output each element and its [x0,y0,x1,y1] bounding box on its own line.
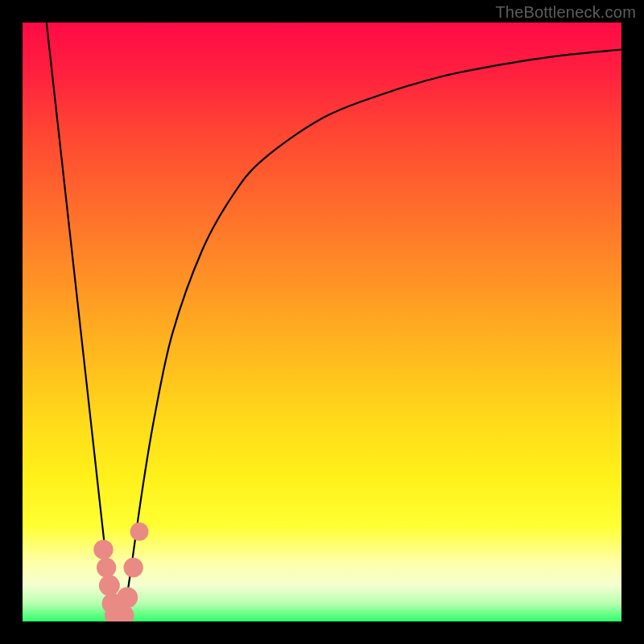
marker-dot [93,540,113,559]
curve-layer [23,23,621,621]
marker-dot [97,558,116,577]
highlighted-points [93,522,148,621]
marker-dot [117,587,138,608]
plot-area [23,23,621,621]
attribution-text: TheBottleneck.com [495,3,636,22]
marker-dot [130,522,149,541]
chart-frame: TheBottleneck.com [0,0,644,644]
marker-dot [99,575,120,596]
marker-dot [123,558,142,577]
